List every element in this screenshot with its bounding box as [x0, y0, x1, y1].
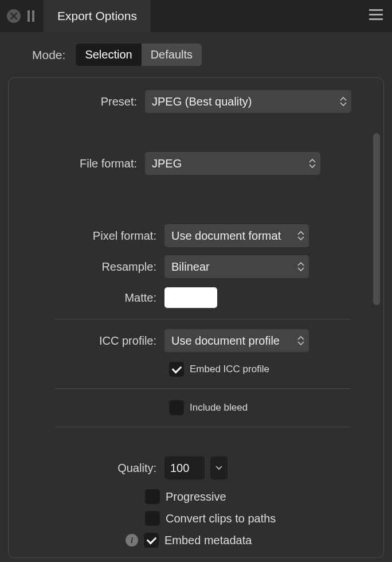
embed-icc-checkbox[interactable] [169, 362, 184, 377]
file-format-dropdown[interactable]: JPEG [145, 152, 320, 175]
dropdown-arrows-icon [309, 159, 316, 168]
resample-label: Resample: [14, 260, 164, 274]
icc-profile-value: Use document profile [171, 334, 280, 348]
export-options-panel: Preset: JPEG (Best quality) File format:… [8, 77, 384, 558]
include-bleed-checkbox[interactable] [169, 400, 184, 415]
pixel-format-label: Pixel format: [14, 229, 164, 243]
embed-icc-label: Embed ICC profile [190, 364, 269, 375]
matte-label: Matte: [14, 291, 164, 305]
panel-tab-title: Export Options [44, 0, 151, 32]
mode-option-defaults[interactable]: Defaults [142, 44, 202, 66]
convert-clips-label: Convert clips to paths [166, 512, 276, 525]
scrollbar-thumb[interactable] [373, 133, 380, 305]
file-format-label: File format: [14, 157, 145, 170]
dropdown-arrows-icon [297, 336, 304, 345]
quality-stepper[interactable] [210, 456, 228, 479]
close-button[interactable] [7, 9, 21, 23]
divider [54, 427, 350, 427]
panel-menu-button[interactable] [369, 9, 383, 20]
matte-color-swatch[interactable] [164, 287, 217, 308]
dropdown-arrows-icon [340, 97, 347, 106]
pixel-format-dropdown[interactable]: Use document format [164, 224, 309, 247]
mode-row: Mode: Selection Defaults [0, 32, 392, 77]
convert-clips-checkbox[interactable] [145, 511, 160, 526]
resample-dropdown[interactable]: Bilinear [164, 255, 309, 278]
file-format-value: JPEG [152, 157, 182, 170]
dropdown-arrows-icon [297, 231, 304, 240]
divider [54, 319, 350, 319]
chevron-down-icon [215, 466, 222, 470]
preset-value: JPEG (Best quality) [152, 95, 252, 108]
dropdown-arrows-icon [297, 262, 304, 271]
preset-dropdown[interactable]: JPEG (Best quality) [145, 90, 351, 113]
quality-label: Quality: [14, 462, 164, 475]
embed-metadata-label: Embed metadata [164, 534, 252, 547]
icc-profile-dropdown[interactable]: Use document profile [164, 329, 309, 352]
info-icon: i [126, 534, 138, 547]
mode-label: Mode: [32, 48, 65, 62]
embed-metadata-checkbox[interactable] [144, 533, 159, 548]
resample-value: Bilinear [171, 260, 210, 274]
pause-icon [28, 10, 34, 22]
mode-segmented-control: Selection Defaults [76, 44, 202, 66]
icc-profile-label: ICC profile: [14, 334, 164, 348]
pixel-format-value: Use document format [171, 229, 281, 243]
divider [54, 388, 350, 389]
quality-input[interactable] [164, 456, 205, 479]
progressive-label: Progressive [166, 490, 226, 504]
preset-label: Preset: [14, 95, 145, 108]
progressive-checkbox[interactable] [145, 489, 160, 504]
include-bleed-label: Include bleed [190, 402, 248, 413]
mode-option-selection[interactable]: Selection [76, 44, 141, 66]
close-icon [10, 13, 17, 19]
titlebar: Export Options [0, 0, 392, 32]
